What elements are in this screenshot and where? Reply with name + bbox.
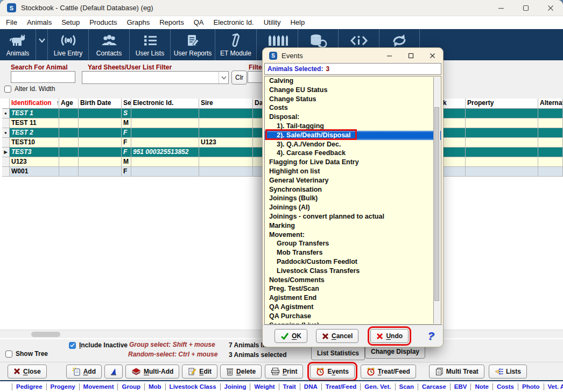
menu-item-help[interactable]: Help — [285, 16, 309, 29]
tab-costs[interactable]: Costs — [493, 383, 518, 390]
footer-button-close[interactable]: Close — [8, 365, 47, 379]
event-item-agistment-end[interactable]: Agistment End — [265, 293, 441, 303]
hscroll-thumb[interactable] — [31, 332, 60, 337]
event-item-synchronisation[interactable]: Synchronisation — [265, 185, 441, 194]
tab-note[interactable]: Note — [471, 383, 493, 390]
tab-trait[interactable]: Trait — [279, 383, 300, 390]
menu-item-reports[interactable]: Reports — [154, 16, 189, 29]
event-item-calving[interactable]: Calving — [265, 76, 441, 86]
tab-scan[interactable]: Scan — [396, 383, 419, 390]
search-animal-input[interactable] — [11, 71, 75, 83]
toolbar-button-et-module[interactable]: ET Module — [215, 29, 257, 60]
dialog-button-ok[interactable]: OK — [275, 329, 307, 343]
event-item-2-sale-death-disposal[interactable]: 2). Sale/Death/Disposal — [265, 131, 441, 140]
event-item-4-carcase-feedback[interactable]: 4). Carcase Feedback — [265, 149, 441, 158]
tab-movement[interactable]: Movement — [80, 383, 118, 390]
menu-item-graphs[interactable]: Graphs — [122, 16, 155, 29]
event-item-qa-purchase[interactable]: QA Purchase — [265, 312, 441, 321]
yard-sheets-filter-combo[interactable] — [82, 71, 229, 84]
dialog-button-undo[interactable]: Undo — [370, 329, 409, 343]
event-item-mob-transfers[interactable]: Mob Transfers — [265, 248, 441, 257]
clr-button[interactable]: Clr — [231, 71, 247, 85]
minimize-button[interactable] — [489, 0, 513, 16]
event-item-joinings-convert-planned-to-actual[interactable]: Joinings - convert planned to actual — [265, 212, 441, 221]
footer-button-print[interactable]: Print — [265, 365, 303, 379]
include-inactive-checkbox[interactable] — [69, 342, 76, 349]
chevron-down-icon[interactable] — [219, 72, 228, 83]
events-list-scrollbar[interactable] — [433, 77, 440, 324]
footer-button-e-vents[interactable]: Events — [310, 365, 354, 379]
toolbar-button-live-entry[interactable]: Live Entry — [48, 29, 89, 60]
tab-photo[interactable]: Photo — [518, 383, 544, 390]
tab-progeny[interactable]: Progeny — [47, 383, 80, 390]
event-item-1-tail-tagging[interactable]: 1). Tail-tagging — [265, 122, 441, 131]
toolbar-button-user-lists[interactable]: User Lists — [130, 29, 171, 60]
footer-button-edit[interactable]: Edit — [182, 365, 217, 379]
toolbar-button-chevron-down-icon[interactable] — [36, 29, 48, 60]
tab-mob[interactable]: Mob — [145, 383, 166, 390]
column-header-sire[interactable]: Sire — [199, 99, 253, 109]
dialog-minimize-button[interactable] — [378, 48, 400, 63]
toolbar-button-animals[interactable]: Animals — [0, 29, 36, 60]
footer-button-treat-feed[interactable]: Treat/Feed — [361, 365, 416, 379]
vscroll-thumb[interactable] — [434, 107, 439, 301]
tab-joining[interactable]: Joining — [221, 383, 251, 390]
close-button[interactable] — [538, 0, 563, 16]
event-item-joinings-ai[interactable]: Joinings (AI) — [265, 203, 441, 212]
tab-pedigree[interactable]: Pedigree — [12, 383, 47, 390]
event-item-group-transfers[interactable]: Group Transfers — [265, 239, 441, 248]
event-item-notes-comments[interactable]: Notes/Comments — [265, 276, 441, 285]
dialog-button-cancel[interactable]: Cancel — [316, 329, 358, 343]
event-item-marking[interactable]: Marking — [265, 221, 441, 230]
footer-button-sail-icon[interactable] — [104, 365, 123, 379]
menu-item-electronic-id[interactable]: Electronic Id. — [208, 16, 258, 29]
event-item-paddock-custom-feedlot[interactable]: Paddock/Custom Feedlot — [265, 257, 441, 267]
dialog-maximize-button[interactable] — [400, 48, 421, 63]
column-header-age[interactable]: Age — [59, 99, 79, 109]
event-item-change-status[interactable]: Change Status — [265, 95, 441, 104]
tab-livestock-class[interactable]: Livestock Class — [166, 383, 221, 390]
tab-dna[interactable]: DNA — [300, 383, 322, 390]
footer-button-delete[interactable]: Delete — [220, 365, 262, 379]
column-header-identification[interactable]: Identification↑ — [10, 99, 59, 109]
toolbar-button-contacts[interactable]: Contacts — [89, 29, 130, 60]
show-tree-checkbox[interactable] — [5, 351, 12, 358]
column-header-birth-date[interactable]: Birth Date — [79, 99, 122, 109]
event-item-preg-test-scan[interactable]: Preg. Test/Scan — [265, 284, 441, 293]
column-header-indicator[interactable] — [2, 99, 10, 109]
event-item-flagging-for-live-data-entry[interactable]: Flagging for Live Data Entry — [265, 158, 441, 167]
column-header-alternate[interactable]: Alternate — [538, 99, 563, 109]
tab-vet-act[interactable]: Vet. Act. — [544, 383, 563, 390]
maximize-button[interactable] — [513, 0, 538, 16]
help-button[interactable]: ? — [427, 330, 434, 342]
tab-carcase[interactable]: Carcase — [418, 383, 451, 390]
event-item-scanning-live[interactable]: Scanning (Live) — [265, 321, 441, 325]
toolbar-button-user-reports[interactable]: User Reports — [171, 29, 215, 60]
event-item-highlight-on-list[interactable]: Highlight on list — [265, 167, 441, 176]
tab-weight[interactable]: Weight — [250, 383, 279, 390]
menu-item-qa[interactable]: QA — [189, 16, 209, 29]
list-statistics-button[interactable]: List Statistics — [311, 346, 365, 360]
event-item-change-eu-status[interactable]: Change EU Status — [265, 86, 441, 95]
tab-group[interactable]: Group — [118, 383, 145, 390]
footer-button-multi-treat[interactable]: Multi Treat — [429, 365, 484, 379]
footer-button-add[interactable]: Add — [66, 365, 102, 379]
event-item-joinings-bulk[interactable]: Joinings (Bulk) — [265, 194, 441, 203]
menu-item-utility[interactable]: Utility — [259, 16, 286, 29]
menu-item-setup[interactable]: Setup — [57, 16, 85, 29]
dialog-close-button[interactable] — [421, 48, 443, 63]
menu-item-animals[interactable]: Animals — [22, 16, 57, 29]
column-header-sex[interactable]: Sex — [122, 99, 131, 109]
event-item-general-veterinary[interactable]: General Veterinary — [265, 176, 441, 185]
alter-id-width-checkbox[interactable] — [4, 86, 11, 93]
footer-button-multi-add[interactable]: Multi-Add — [125, 365, 179, 379]
menu-item-file[interactable]: File — [1, 16, 22, 29]
event-item-livestock-class-transfers[interactable]: Livestock Class Transfers — [265, 267, 441, 276]
tab-treat-feed[interactable]: Treat/Feed — [322, 383, 361, 390]
footer-button-lists[interactable]: Lists — [489, 365, 527, 379]
event-item-costs[interactable]: Costs — [265, 103, 441, 113]
column-header-property[interactable]: Property — [466, 99, 538, 109]
menu-item-products[interactable]: Products — [85, 16, 122, 29]
tab-gen-vet[interactable]: Gen. Vet. — [361, 383, 395, 390]
column-header-electronic-id[interactable]: Electronic Id. — [131, 99, 199, 109]
